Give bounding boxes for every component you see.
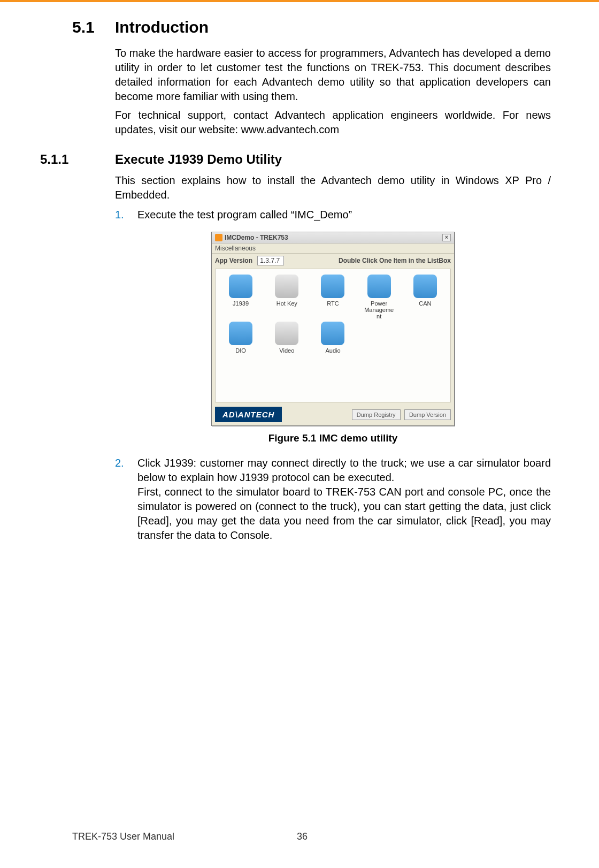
item-label: Video <box>265 347 309 354</box>
item-icon <box>413 275 437 298</box>
advantech-logo: AD\ANTECH <box>215 407 282 422</box>
subsection-heading: 5.1.1 Execute J1939 Demo Utility <box>40 152 551 167</box>
icon-listbox[interactable]: J1939Hot KeyRTCPowerManagementCANDIOVide… <box>215 269 451 402</box>
imc-demo-window: IMCDemo - TREK753 × Miscellaneous App Ve… <box>211 232 455 426</box>
version-value: 1.3.7.7 <box>257 256 284 265</box>
section-number: 5.1 <box>72 18 115 36</box>
subsection-intro: This section explains how to install the… <box>115 173 551 202</box>
version-label: App Version <box>215 257 252 264</box>
item-icon <box>275 322 298 345</box>
step-1: 1. Execute the test program called “IMC_… <box>115 208 551 222</box>
listbox-item-power-manageme-nt[interactable]: PowerManagement <box>357 275 401 319</box>
listbox-item-video[interactable]: Video <box>265 322 309 354</box>
step-number: 1. <box>115 208 137 222</box>
section-heading: 5.1 Introduction <box>72 18 551 36</box>
item-icon <box>275 275 298 298</box>
item-icon <box>321 322 344 345</box>
item-label: RTC <box>311 300 355 307</box>
dump-registry-button[interactable]: Dump Registry <box>352 409 401 420</box>
listbox-hint: Double Click One Item in the ListBox <box>339 257 451 264</box>
subsection-title: Execute J1939 Demo Utility <box>115 152 282 167</box>
figure-5-1: IMCDemo - TREK753 × Miscellaneous App Ve… <box>115 232 551 444</box>
item-label: Audio <box>311 347 355 354</box>
close-icon[interactable]: × <box>442 234 451 241</box>
item-label: CAN <box>403 300 447 307</box>
item-icon <box>367 275 391 298</box>
listbox-item-rtc[interactable]: RTC <box>311 275 355 319</box>
subsection-number: 5.1.1 <box>40 152 115 167</box>
menu-miscellaneous[interactable]: Miscellaneous <box>212 243 454 254</box>
dump-version-button[interactable]: Dump Version <box>404 409 451 420</box>
section-title: Introduction <box>115 18 209 36</box>
app-icon <box>215 234 222 241</box>
listbox-item-audio[interactable]: Audio <box>311 322 355 354</box>
step-text: Execute the test program called “IMC_Dem… <box>137 208 551 222</box>
step-2: 2. Click J1939: customer may connect dir… <box>115 456 551 543</box>
item-label: DIO <box>219 347 263 354</box>
item-label: PowerManagement <box>357 300 401 319</box>
bottom-bar: AD\ANTECH Dump Registry Dump Version <box>212 402 454 425</box>
window-titlebar: IMCDemo - TREK753 × <box>212 232 454 243</box>
listbox-item-hot-key[interactable]: Hot Key <box>265 275 309 319</box>
item-icon <box>321 275 344 298</box>
window-title: IMCDemo - TREK753 <box>225 234 288 241</box>
intro-paragraph-2: For technical support, contact Advantech… <box>115 108 551 137</box>
listbox-item-dio[interactable]: DIO <box>219 322 263 354</box>
step-number: 2. <box>115 456 137 543</box>
figure-caption: Figure 5.1 IMC demo utility <box>115 432 551 444</box>
listbox-item-can[interactable]: CAN <box>403 275 447 319</box>
item-label: Hot Key <box>265 300 309 307</box>
step-text: Click J1939: customer may connect direct… <box>137 456 551 543</box>
listbox-item-j1939[interactable]: J1939 <box>219 275 263 319</box>
item-icon <box>229 275 252 298</box>
item-label: J1939 <box>219 300 263 307</box>
footer-page-number: 36 <box>297 831 308 842</box>
intro-paragraph-1: To make the hardware easier to access fo… <box>115 46 551 104</box>
version-row: App Version 1.3.7.7 Double Click One Ite… <box>212 254 454 269</box>
footer-manual-name: TREK-753 User Manual <box>72 831 297 842</box>
page-footer: TREK-753 User Manual 36 <box>72 831 551 842</box>
item-icon <box>229 322 252 345</box>
